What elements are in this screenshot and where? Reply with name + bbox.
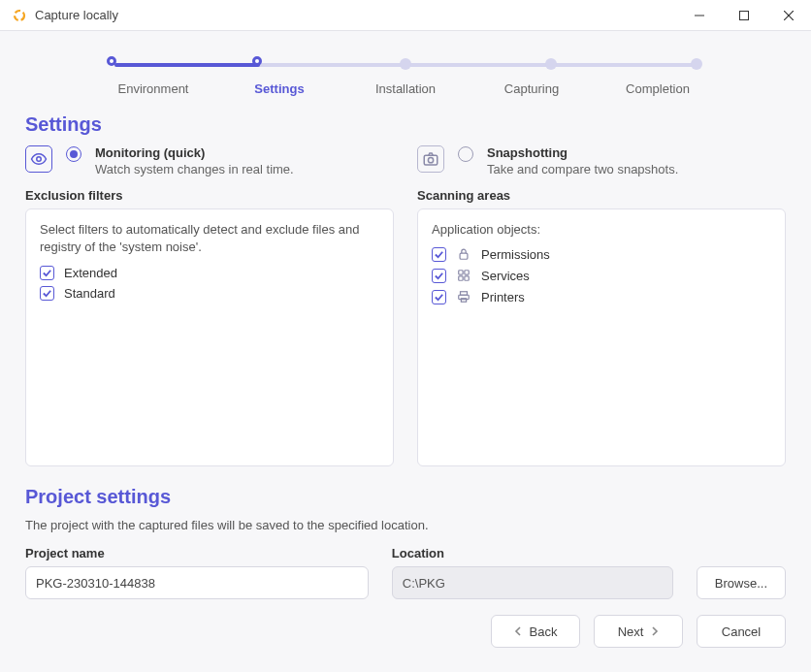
radio-monitoring[interactable]	[66, 146, 81, 162]
step-dot-settings[interactable]	[252, 56, 262, 66]
next-button[interactable]: Next	[594, 615, 683, 648]
eye-icon	[25, 145, 52, 173]
exclusion-filter-label: Extended	[64, 266, 117, 280]
exclusion-filter-standard-row[interactable]: Standard	[40, 286, 379, 301]
svg-rect-12	[465, 276, 469, 280]
chevron-right-icon	[651, 624, 659, 639]
app-icon	[12, 8, 27, 23]
project-desc: The project with the captured files will…	[25, 518, 786, 532]
mode-monitoring-desc: Watch system changes in real time.	[95, 162, 294, 176]
exclusion-heading: Exclusion filters	[25, 188, 394, 203]
svg-rect-6	[424, 155, 438, 165]
close-button[interactable]	[766, 0, 811, 31]
scanning-intro: Application objects:	[432, 221, 771, 239]
mode-snapshotting-title: Snapshotting	[487, 145, 678, 160]
page-heading: Settings	[25, 113, 786, 136]
mode-monitoring-title: Monitoring (quick)	[95, 145, 294, 160]
exclusion-filter-label: Standard	[64, 286, 115, 301]
scan-item-label: Printers	[481, 290, 525, 304]
svg-rect-9	[459, 271, 463, 274]
checkbox-printers[interactable]	[432, 290, 446, 304]
location-label: Location	[392, 546, 673, 560]
radio-snapshotting[interactable]	[458, 146, 473, 162]
maximize-button[interactable]	[722, 0, 766, 31]
step-label-environment[interactable]: Environment	[105, 81, 202, 96]
services-icon	[456, 268, 471, 283]
scan-item-label: Services	[481, 269, 530, 283]
next-button-label: Next	[618, 624, 644, 639]
checkbox-permissions[interactable]	[432, 247, 446, 262]
step-label-capturing: Capturing	[483, 81, 580, 96]
lock-icon	[456, 246, 471, 262]
mode-snapshotting[interactable]: Snapshotting Take and compare two snapsh…	[417, 145, 786, 176]
back-button-label: Back	[530, 624, 558, 639]
window-title: Capture locally	[35, 8, 118, 22]
wizard-stepper	[105, 54, 706, 74]
camera-icon	[417, 145, 444, 173]
exclusion-filter-extended-row[interactable]: Extended	[40, 266, 379, 280]
wizard-step-labels: Environment Settings Installation Captur…	[105, 81, 706, 96]
browse-button[interactable]: Browse...	[697, 566, 786, 599]
checkbox-extended[interactable]	[40, 266, 54, 280]
wizard-footer: Back Next Cancel	[25, 615, 786, 648]
mode-monitoring[interactable]: Monitoring (quick) Watch system changes …	[25, 145, 394, 176]
step-dot-capturing	[545, 58, 557, 70]
scan-permissions-row[interactable]: Permissions	[432, 246, 771, 262]
svg-rect-11	[459, 276, 463, 280]
back-button[interactable]: Back	[491, 615, 580, 648]
checkbox-standard[interactable]	[40, 286, 54, 301]
cancel-button[interactable]: Cancel	[697, 615, 786, 648]
svg-rect-15	[461, 299, 466, 303]
step-dot-installation	[400, 58, 411, 70]
scan-printers-row[interactable]: Printers	[432, 289, 771, 304]
step-label-installation: Installation	[357, 81, 454, 96]
project-name-label: Project name	[25, 546, 369, 560]
chevron-left-icon	[514, 624, 522, 639]
scanning-panel: Application objects: Permissions	[417, 208, 786, 466]
step-label-settings[interactable]: Settings	[231, 81, 328, 96]
cancel-button-label: Cancel	[722, 624, 761, 639]
svg-rect-8	[460, 253, 468, 259]
step-dot-completion	[691, 58, 702, 70]
mode-snapshotting-desc: Take and compare two snapshots.	[487, 162, 678, 176]
minimize-button[interactable]	[677, 0, 722, 31]
step-dot-environment[interactable]	[107, 56, 116, 66]
project-heading: Project settings	[25, 486, 786, 508]
svg-point-5	[37, 157, 42, 162]
printer-icon	[456, 289, 471, 304]
step-label-completion: Completion	[609, 81, 706, 96]
scan-item-label: Permissions	[481, 247, 550, 262]
browse-button-label: Browse...	[715, 576, 767, 591]
svg-rect-2	[740, 11, 749, 19]
titlebar: Capture locally	[0, 0, 811, 31]
scan-services-row[interactable]: Services	[432, 268, 771, 283]
exclusion-intro: Select filters to automatically detect a…	[40, 221, 379, 256]
project-name-input[interactable]	[25, 566, 369, 599]
svg-point-7	[428, 158, 433, 163]
svg-point-0	[15, 11, 24, 20]
exclusion-panel: Select filters to automatically detect a…	[25, 208, 394, 466]
location-input	[392, 566, 673, 599]
svg-rect-10	[465, 271, 469, 274]
scanning-heading: Scanning areas	[417, 188, 786, 203]
checkbox-services[interactable]	[432, 269, 446, 283]
